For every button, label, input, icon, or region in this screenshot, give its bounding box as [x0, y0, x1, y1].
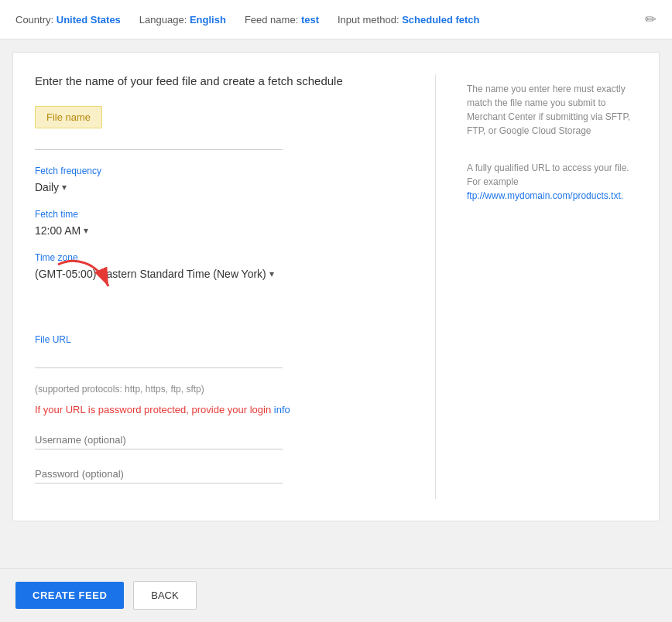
- file-url-hint-text: A fully qualified URL to access your fil…: [467, 162, 629, 187]
- password-input[interactable]: [35, 465, 283, 484]
- file-url-section: File URL (supported protocols: http, htt…: [35, 296, 404, 484]
- file-name-hint: The name you enter here must exactly mat…: [467, 82, 637, 138]
- red-arrow-svg: [50, 257, 128, 296]
- card: Enter the name of your feed file and cre…: [12, 52, 660, 521]
- arrow-area: [35, 296, 404, 334]
- meta-feed-name: Feed name: test: [245, 14, 319, 26]
- timezone-arrow-icon: ▾: [269, 268, 274, 279]
- fetch-frequency-value: Daily: [35, 181, 59, 193]
- feed-name-value: test: [301, 14, 319, 26]
- password-notice-prefix: If your URL is password protected, provi…: [35, 404, 271, 415]
- section-title: Enter the name of your feed file and cre…: [35, 74, 404, 87]
- meta-country: Country: United States: [15, 14, 121, 26]
- edit-icon[interactable]: ✏: [645, 11, 657, 28]
- main-content: Enter the name of your feed file and cre…: [0, 39, 672, 568]
- username-group: [35, 431, 404, 449]
- file-url-example: ftp://www.mydomain.com/products.txt.: [467, 190, 623, 201]
- password-notice-link[interactable]: info: [274, 404, 290, 415]
- header-bar: Country: United States Language: English…: [0, 0, 672, 39]
- input-method-value: Scheduled fetch: [402, 14, 479, 26]
- fetch-frequency-dropdown[interactable]: Daily ▾: [35, 181, 404, 193]
- back-button[interactable]: BACK: [133, 581, 196, 610]
- file-url-label: File URL: [35, 334, 404, 345]
- vertical-divider: [435, 74, 436, 499]
- file-name-input[interactable]: [35, 132, 283, 150]
- meta-input-method: Input method: Scheduled fetch: [338, 14, 480, 26]
- feed-name-label: Feed name:: [245, 14, 298, 26]
- fetch-time-arrow-icon: ▾: [84, 225, 88, 236]
- supported-protocols: (supported protocols: http, https, ftp, …: [35, 384, 404, 395]
- create-feed-button[interactable]: CREATE FEED: [15, 582, 124, 609]
- country-value: United States: [57, 14, 121, 26]
- meta-items: Country: United States Language: English…: [15, 14, 480, 26]
- left-panel: Enter the name of your feed file and cre…: [35, 74, 404, 499]
- fetch-time-value: 12:00 AM: [35, 224, 81, 237]
- fetch-frequency-group: Fetch frequency Daily ▾: [35, 166, 404, 193]
- fetch-time-group: Fetch time 12:00 AM ▾: [35, 209, 404, 237]
- fetch-frequency-label: Fetch frequency: [35, 166, 404, 176]
- country-label: Country:: [15, 14, 53, 26]
- password-group: [35, 465, 404, 484]
- fetch-frequency-arrow-icon: ▾: [62, 182, 67, 193]
- file-url-hint: A fully qualified URL to access your fil…: [467, 161, 637, 203]
- language-value: English: [190, 14, 226, 26]
- meta-language: Language: English: [139, 14, 226, 26]
- password-notice: If your URL is password protected, provi…: [35, 404, 404, 415]
- language-label: Language:: [139, 14, 187, 26]
- footer-bar: CREATE FEED BACK: [0, 568, 672, 622]
- right-panel: The name you enter here must exactly mat…: [467, 74, 637, 499]
- fetch-time-dropdown[interactable]: 12:00 AM ▾: [35, 224, 404, 237]
- file-url-input[interactable]: [35, 350, 283, 368]
- file-name-label: File name: [35, 106, 102, 128]
- fetch-time-label: Fetch time: [35, 209, 404, 220]
- username-input[interactable]: [35, 431, 283, 449]
- input-method-label: Input method:: [338, 14, 399, 26]
- file-name-group: File name: [35, 106, 404, 150]
